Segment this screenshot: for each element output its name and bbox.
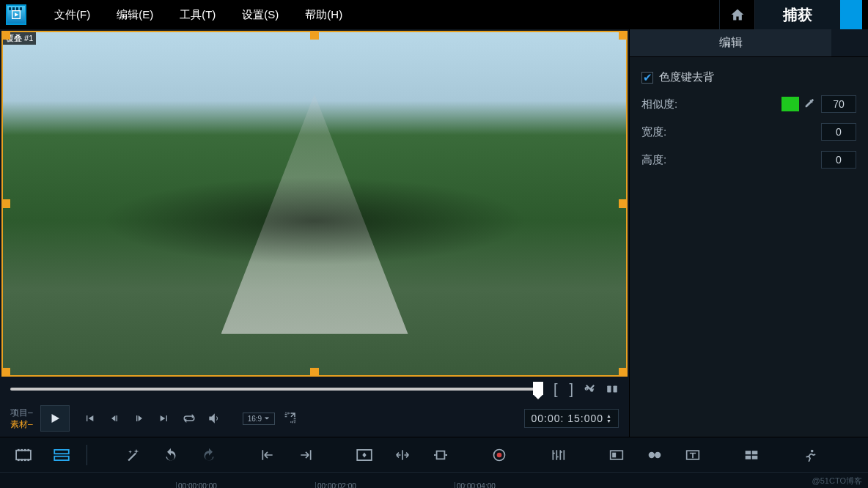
go-start-button[interactable] <box>81 410 98 427</box>
timecode-display[interactable]: 00:00: 15:000 ▲▼ <box>524 409 619 428</box>
grid-icon <box>744 449 759 461</box>
eyedropper-icon <box>803 97 815 109</box>
similarity-input[interactable] <box>821 95 856 113</box>
timeline-view-button[interactable] <box>45 442 78 468</box>
resize-handle-bl[interactable] <box>1 368 10 377</box>
properties-panel: 编辑 ✔ 色度键去背 相似度: 宽度: <box>629 29 868 437</box>
resize-handle-tl[interactable] <box>1 31 10 40</box>
play-button[interactable] <box>40 405 70 432</box>
menu-help[interactable]: 帮助(H) <box>292 8 356 22</box>
height-label: 高度: <box>641 153 666 167</box>
record-icon <box>492 448 507 462</box>
resize-tool-button[interactable] <box>284 411 297 426</box>
svg-rect-12 <box>54 456 69 459</box>
snap-start-button[interactable] <box>251 442 284 468</box>
resize-handle-tr[interactable] <box>619 31 628 40</box>
home-button[interactable] <box>719 0 754 29</box>
svg-point-27 <box>811 449 814 452</box>
chapter-button[interactable] <box>600 442 633 468</box>
resize-handle-mr[interactable] <box>619 199 628 208</box>
svg-rect-26 <box>752 455 758 459</box>
menu-file[interactable]: 文件(F) <box>41 8 103 22</box>
audio-mixer-button[interactable] <box>542 442 574 468</box>
home-icon <box>730 7 745 22</box>
undo-button[interactable] <box>155 442 187 468</box>
split-button[interactable] <box>606 382 619 396</box>
app-logo <box>6 4 26 25</box>
resize-handle-ml[interactable] <box>1 199 10 208</box>
zoom-in-button[interactable] <box>386 442 419 468</box>
split-clip-icon <box>606 382 619 396</box>
video-preview[interactable]: 覆叠 #1 <box>1 31 628 377</box>
chroma-color-swatch[interactable] <box>781 97 799 111</box>
scrub-track[interactable] <box>10 388 543 391</box>
width-label: 宽度: <box>641 125 666 139</box>
playback-mode-toggle[interactable]: 项目– 素材– <box>10 407 33 430</box>
panel-tab-edit[interactable]: 编辑 <box>630 29 831 56</box>
resize-handle-bm[interactable] <box>310 368 319 377</box>
mixer-icon <box>551 448 565 462</box>
timecode-stepper[interactable]: ▲▼ <box>606 413 612 424</box>
storyboard-view-button[interactable] <box>7 442 40 468</box>
svg-rect-3 <box>18 448 20 451</box>
go-end-button[interactable] <box>155 410 173 427</box>
menu-edit[interactable]: 编辑(E) <box>103 8 166 22</box>
svg-rect-8 <box>21 459 23 461</box>
step-back-icon <box>108 413 120 424</box>
timeline-ruler[interactable]: 00:00:00:00 00:00:02:00 00:00:04:00 @51C… <box>0 472 868 488</box>
svg-point-20 <box>649 451 655 457</box>
title-button[interactable] <box>677 442 709 468</box>
skip-end-icon <box>158 413 170 424</box>
ruler-tick: 00:00:02:00 <box>315 482 356 488</box>
snap-start-icon <box>260 448 275 462</box>
svg-rect-2 <box>16 450 31 459</box>
subtitle-button[interactable] <box>639 442 671 468</box>
volume-button[interactable] <box>205 410 223 427</box>
storyboard-icon <box>15 448 32 462</box>
redo-button[interactable] <box>193 442 225 468</box>
svg-rect-7 <box>18 459 20 461</box>
chroma-key-checkbox[interactable]: ✔ <box>641 72 653 84</box>
svg-point-21 <box>655 451 661 457</box>
snap-end-button[interactable] <box>290 442 322 468</box>
fx-button[interactable] <box>117 442 149 468</box>
menu-tools[interactable]: 工具(T) <box>166 8 229 22</box>
mark-out-button[interactable]: ] <box>567 381 575 398</box>
resize-handle-tm[interactable] <box>310 31 319 40</box>
scrub-playhead[interactable] <box>533 382 543 395</box>
watermark-text: @51CTO博客 <box>812 476 862 487</box>
zoom-fit-button[interactable] <box>348 442 380 468</box>
svg-rect-24 <box>752 451 758 454</box>
resize-handle-br[interactable] <box>619 368 628 377</box>
capture-tab[interactable]: 捕获 <box>754 0 840 29</box>
next-frame-button[interactable] <box>130 410 148 427</box>
cut-button[interactable] <box>584 382 597 396</box>
mode-project-label: 项目– <box>10 407 33 418</box>
zoom-out-button[interactable] <box>424 442 457 468</box>
loop-icon <box>183 412 196 425</box>
prev-frame-button[interactable] <box>106 410 123 427</box>
svg-rect-14 <box>402 450 403 459</box>
svg-rect-9 <box>24 459 26 461</box>
height-input[interactable] <box>821 151 856 169</box>
active-tab-indicator[interactable] <box>840 0 862 29</box>
svg-rect-23 <box>746 451 751 454</box>
timeline-toolbar <box>0 437 868 472</box>
ruler-tick: 00:00:00:00 <box>176 482 217 488</box>
track-manager-button[interactable] <box>735 442 768 468</box>
mark-in-button[interactable]: [ <box>552 381 559 398</box>
zoom-in-icon <box>395 448 410 462</box>
similarity-label: 相似度: <box>641 97 677 111</box>
panel-tab-other[interactable] <box>831 29 868 56</box>
motion-button[interactable] <box>794 442 826 468</box>
eyedropper-button[interactable] <box>803 97 817 111</box>
width-input[interactable] <box>821 123 856 141</box>
playback-controls: 项目– 素材– 16:9 00:00: 15:000 ▲▼ <box>0 400 629 437</box>
menu-bar: 文件(F) 编辑(E) 工具(T) 设置(S) 帮助(H) 捕获 <box>0 0 868 29</box>
loop-button[interactable] <box>180 410 198 427</box>
record-button[interactable] <box>483 442 515 468</box>
preview-pane: 覆叠 #1 [ ] <box>0 29 629 437</box>
menu-settings[interactable]: 设置(S) <box>229 8 292 22</box>
aspect-ratio-selector[interactable]: 16:9 <box>243 413 275 425</box>
svg-rect-5 <box>24 448 26 451</box>
